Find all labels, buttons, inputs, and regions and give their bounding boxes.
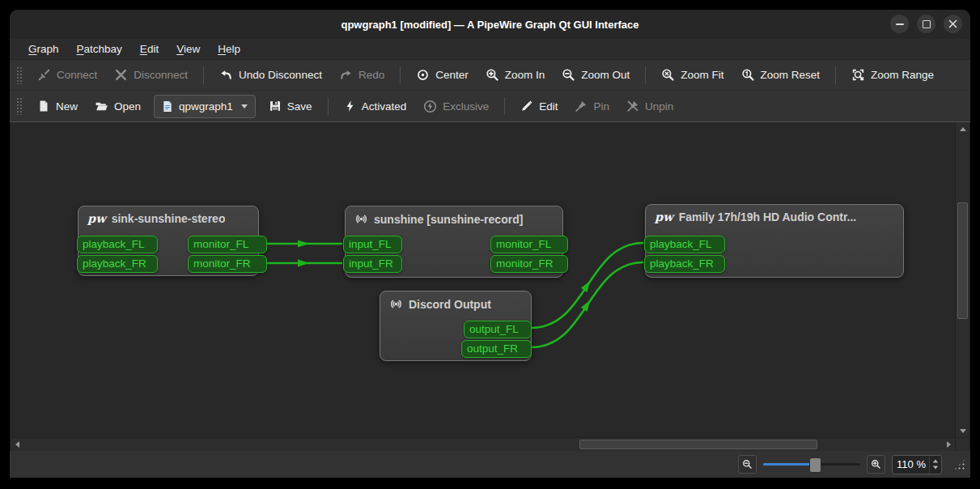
port-output-fl[interactable]: output_FL [464, 321, 532, 338]
zoom-percent-spinbox[interactable]: 110 % [892, 455, 942, 474]
resize-grip[interactable] [953, 458, 966, 470]
scroll-up-button[interactable] [956, 122, 969, 135]
zoom-out-icon [742, 459, 753, 470]
zoom-range-icon [851, 68, 865, 82]
open-button[interactable]: Open [87, 95, 148, 117]
vertical-scroll-thumb[interactable] [957, 202, 968, 319]
zoom-in-icon [486, 68, 499, 82]
save-button[interactable]: Save [261, 95, 320, 117]
connection-arrow-icon [298, 259, 309, 266]
toolbar-separator [645, 66, 646, 84]
unpin-icon [626, 100, 639, 113]
screen: qpwgraph1 [modified] — A PipeWire Graph … [0, 0, 980, 489]
toolbar-drag-handle[interactable] [16, 66, 23, 84]
new-document-icon [37, 100, 50, 113]
open-folder-icon [95, 100, 108, 113]
zoom-reset-button[interactable]: Zoom Reset [734, 64, 828, 87]
scroll-down-button[interactable] [956, 424, 969, 437]
new-button[interactable]: New [30, 95, 85, 117]
pin-button[interactable]: Pin [567, 95, 617, 117]
spinbox-steppers[interactable] [929, 456, 941, 474]
connect-button[interactable]: Connect [30, 64, 104, 87]
graph-view-frame: pw sink-sunshine-stereo playback_FL play… [10, 122, 970, 451]
zoom-out-small-button[interactable] [738, 455, 757, 474]
menubar: Graph Patchbay Edit View Help [10, 39, 970, 60]
arrow-right-icon [947, 441, 951, 448]
zoom-percent-value: 110 % [893, 458, 929, 470]
zoom-out-icon [562, 68, 575, 82]
port-playback-fr[interactable]: playback_FR [77, 255, 158, 273]
scroll-right-button[interactable] [942, 438, 955, 451]
arrow-down-icon [960, 429, 966, 433]
port-input-fr[interactable]: input_FR [343, 255, 402, 273]
port-monitor-fl[interactable]: monitor_FL [188, 236, 267, 253]
pin-icon [575, 100, 588, 113]
undo-icon [219, 68, 233, 82]
toolbar-main: Connect Disconnect Undo Disconnect [10, 60, 970, 91]
port-playback-fr[interactable]: playback_FR [644, 255, 725, 273]
zoom-slider[interactable] [763, 457, 860, 472]
port-monitor-fr[interactable]: monitor_FR [490, 255, 568, 273]
disconnect-icon [114, 68, 128, 82]
activated-bolt-icon [344, 100, 356, 113]
exclusive-button[interactable]: Exclusive [416, 95, 496, 117]
port-playback-fl[interactable]: playback_FL [644, 236, 725, 253]
spin-up-icon [933, 460, 938, 463]
port-input-fl[interactable]: input_FL [343, 236, 402, 253]
activated-button[interactable]: Activated [337, 95, 414, 117]
horizontal-scroll-track[interactable] [23, 438, 942, 451]
session-selector-value: qpwgraph1 [179, 100, 233, 113]
undo-disconnect-button[interactable]: Undo Disconnect [212, 64, 329, 87]
menu-help[interactable]: Help [210, 41, 248, 57]
statusbar: 110 % [10, 451, 970, 478]
toolbar-separator [835, 66, 836, 84]
minimize-button[interactable] [890, 15, 909, 33]
vertical-scrollbar[interactable] [955, 122, 969, 437]
unpin-button[interactable]: Unpin [619, 95, 681, 117]
port-output-fr[interactable]: output_FR [461, 340, 532, 358]
menu-patchbay[interactable]: Patchbay [70, 41, 129, 57]
window-title: qpwgraph1 [modified] — A PipeWire Graph … [341, 19, 638, 31]
zoom-fit-button[interactable]: Zoom Fit [654, 64, 731, 87]
toolbar-separator [203, 66, 204, 84]
scroll-left-button[interactable] [11, 438, 23, 451]
session-selector[interactable]: qpwgraph1 [154, 95, 256, 118]
zoom-out-button[interactable]: Zoom Out [554, 64, 637, 87]
close-button[interactable] [944, 15, 962, 33]
vertical-scroll-track[interactable] [956, 135, 969, 424]
port-monitor-fl[interactable]: monitor_FL [490, 236, 568, 253]
zoom-in-small-button[interactable] [867, 455, 885, 474]
menu-view[interactable]: View [169, 41, 207, 57]
spin-down-icon [933, 466, 938, 470]
redo-button[interactable]: Redo [332, 64, 392, 87]
port-monitor-fr[interactable]: monitor_FR [188, 255, 267, 273]
window-controls [890, 15, 962, 33]
save-icon [269, 100, 282, 113]
slider-fill [763, 463, 812, 466]
scrollbar-corner [955, 438, 969, 451]
chevron-down-icon [241, 104, 248, 108]
disconnect-button[interactable]: Disconnect [107, 64, 195, 87]
slider-handle[interactable] [809, 457, 821, 473]
connection-arrow-icon [298, 240, 309, 247]
edit-pencil-icon [520, 100, 533, 113]
zoom-in-icon [871, 459, 881, 470]
edit-button[interactable]: Edit [513, 95, 565, 117]
menu-edit[interactable]: Edit [133, 41, 166, 57]
titlebar[interactable]: qpwgraph1 [modified] — A PipeWire Graph … [10, 10, 970, 39]
center-button[interactable]: Center [409, 64, 476, 87]
arrow-up-icon [960, 127, 966, 131]
toolbar-drag-handle[interactable] [16, 97, 23, 115]
horizontal-scroll-thumb[interactable] [579, 440, 817, 449]
zoom-fit-icon [661, 68, 675, 82]
toolbar-separator [504, 97, 505, 115]
zoom-in-button[interactable]: Zoom In [478, 64, 553, 87]
maximize-icon [923, 20, 931, 28]
horizontal-scrollbar[interactable] [11, 438, 955, 451]
graph-canvas[interactable]: pw sink-sunshine-stereo playback_FL play… [11, 122, 955, 437]
menu-graph[interactable]: Graph [21, 41, 66, 57]
connect-icon [37, 68, 51, 82]
port-playback-fl[interactable]: playback_FL [77, 236, 158, 253]
zoom-range-button[interactable]: Zoom Range [844, 64, 941, 87]
maximize-button[interactable] [917, 15, 935, 33]
